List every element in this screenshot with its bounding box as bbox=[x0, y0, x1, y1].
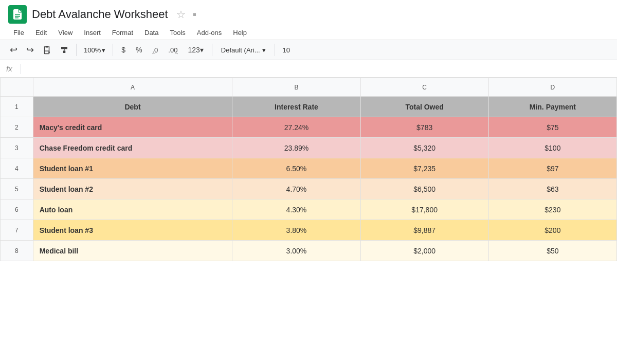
table-row: 1 Debt Interest Rate Total Owed Min. Pay… bbox=[1, 97, 617, 117]
font-arrow: ▾ bbox=[262, 46, 266, 54]
table-row: 6 Auto loan 4.30% $17,800 $230 bbox=[1, 199, 617, 220]
table-row: 5 Student loan #2 4.70% $6,500 $63 bbox=[1, 179, 617, 199]
decimal-dec-button[interactable]: .0← bbox=[149, 45, 162, 55]
star-icon[interactable]: ☆ bbox=[176, 8, 186, 21]
col-header-a[interactable]: A bbox=[33, 78, 232, 97]
more-formats-button[interactable]: 123▾ bbox=[184, 45, 207, 55]
table-row: 8 Medical bill 3.00% $2,000 $50 bbox=[1, 241, 617, 261]
folder-icon[interactable]: ▪ bbox=[193, 8, 197, 21]
cell-c7[interactable]: $9,887 bbox=[360, 220, 488, 241]
row-num-5[interactable]: 5 bbox=[1, 179, 33, 199]
menu-addons[interactable]: Add-ons bbox=[192, 27, 227, 39]
menu-bar: File Edit View Insert Format Data Tools … bbox=[0, 26, 617, 40]
row-num-4[interactable]: 4 bbox=[1, 158, 33, 179]
toolbar-separator-3 bbox=[212, 44, 212, 56]
toolbar-separator-4 bbox=[275, 44, 275, 56]
row-num-6[interactable]: 6 bbox=[1, 199, 33, 220]
cell-c8[interactable]: $2,000 bbox=[360, 241, 488, 261]
menu-file[interactable]: File bbox=[8, 27, 29, 39]
cell-b3[interactable]: 23.89% bbox=[232, 138, 360, 158]
cell-c6[interactable]: $17,800 bbox=[360, 199, 488, 220]
cell-d4[interactable]: $97 bbox=[488, 158, 616, 179]
toolbar-separator-1 bbox=[76, 44, 77, 56]
cell-b5[interactable]: 4.70% bbox=[232, 179, 360, 199]
cell-d3[interactable]: $100 bbox=[488, 138, 616, 158]
cell-c1[interactable]: Total Owed bbox=[360, 97, 488, 117]
cell-a6[interactable]: Auto loan bbox=[33, 199, 232, 220]
row-num-1[interactable]: 1 bbox=[1, 97, 33, 117]
app-icon bbox=[8, 5, 27, 24]
cell-d5[interactable]: $63 bbox=[488, 179, 616, 199]
cell-a3[interactable]: Chase Freedom credit card bbox=[33, 138, 232, 158]
menu-insert[interactable]: Insert bbox=[79, 27, 106, 39]
redo-button[interactable]: ↪ bbox=[23, 42, 37, 58]
font-selector[interactable]: Default (Ari... ▾ bbox=[216, 45, 270, 56]
svg-rect-1 bbox=[15, 14, 20, 15]
row-num-2[interactable]: 2 bbox=[1, 117, 33, 138]
row-num-3[interactable]: 3 bbox=[1, 138, 33, 158]
cell-b8[interactable]: 3.00% bbox=[232, 241, 360, 261]
menu-edit[interactable]: Edit bbox=[30, 27, 52, 39]
zoom-label: 100% bbox=[84, 46, 101, 54]
zoom-arrow: ▾ bbox=[102, 46, 105, 54]
doc-title: Debt Avalanche Worksheet bbox=[32, 8, 168, 21]
svg-rect-2 bbox=[15, 16, 20, 17]
font-label: Default (Ari... bbox=[221, 46, 260, 54]
formula-bar: fx bbox=[0, 60, 617, 78]
col-header-c[interactable]: C bbox=[360, 78, 488, 97]
cell-d8[interactable]: $50 bbox=[488, 241, 616, 261]
cell-b2[interactable]: 27.24% bbox=[232, 117, 360, 138]
cell-c3[interactable]: $5,320 bbox=[360, 138, 488, 158]
svg-point-6 bbox=[49, 52, 50, 53]
cell-a8[interactable]: Medical bill bbox=[33, 241, 232, 261]
cell-a7[interactable]: Student loan #3 bbox=[33, 220, 232, 241]
currency-button[interactable]: $ bbox=[117, 45, 130, 55]
row-num-8[interactable]: 8 bbox=[1, 241, 33, 261]
cell-b7[interactable]: 3.80% bbox=[232, 220, 360, 241]
svg-rect-7 bbox=[63, 51, 66, 53]
corner-cell bbox=[1, 78, 33, 97]
col-header-d[interactable]: D bbox=[488, 78, 616, 97]
cell-c4[interactable]: $7,235 bbox=[360, 158, 488, 179]
menu-format[interactable]: Format bbox=[107, 27, 138, 39]
paint-format-button[interactable] bbox=[57, 43, 72, 57]
svg-rect-3 bbox=[15, 17, 19, 19]
toolbar: ↩ ↪ 100% ▾ $ % .0← .00→ 123▾ Default (Ar… bbox=[0, 40, 617, 60]
menu-data[interactable]: Data bbox=[139, 27, 164, 39]
title-bar: Debt Avalanche Worksheet ☆ ▪ bbox=[0, 0, 617, 26]
print-button[interactable] bbox=[39, 43, 55, 57]
fx-label: fx bbox=[6, 64, 16, 73]
font-size-display[interactable]: 10 bbox=[279, 45, 294, 55]
cell-c5[interactable]: $6,500 bbox=[360, 179, 488, 199]
cell-a1[interactable]: Debt bbox=[33, 97, 232, 117]
col-header-b[interactable]: B bbox=[232, 78, 360, 97]
cell-a2[interactable]: Macy's credit card bbox=[33, 117, 232, 138]
table-row: 3 Chase Freedom credit card 23.89% $5,32… bbox=[1, 138, 617, 158]
row-num-7[interactable]: 7 bbox=[1, 220, 33, 241]
table-row: 2 Macy's credit card 27.24% $783 $75 bbox=[1, 117, 617, 138]
svg-rect-5 bbox=[46, 46, 48, 48]
toolbar-separator-2 bbox=[113, 44, 113, 56]
cell-a4[interactable]: Student loan #1 bbox=[33, 158, 232, 179]
percent-button[interactable]: % bbox=[132, 45, 146, 55]
cell-d1[interactable]: Min. Payment bbox=[488, 97, 616, 117]
cell-b4[interactable]: 6.50% bbox=[232, 158, 360, 179]
cell-c2[interactable]: $783 bbox=[360, 117, 488, 138]
menu-tools[interactable]: Tools bbox=[165, 27, 190, 39]
spreadsheet-table: A B C D 1 Debt Interest Rate Total Owed … bbox=[0, 78, 617, 261]
cell-b6[interactable]: 4.30% bbox=[232, 199, 360, 220]
cell-d2[interactable]: $75 bbox=[488, 117, 616, 138]
menu-view[interactable]: View bbox=[53, 27, 78, 39]
cell-a5[interactable]: Student loan #2 bbox=[33, 179, 232, 199]
table-row: 7 Student loan #3 3.80% $9,887 $200 bbox=[1, 220, 617, 241]
menu-help[interactable]: Help bbox=[228, 27, 252, 39]
cell-b1[interactable]: Interest Rate bbox=[232, 97, 360, 117]
table-row: 4 Student loan #1 6.50% $7,235 $97 bbox=[1, 158, 617, 179]
decimal-inc-button[interactable]: .00→ bbox=[164, 45, 182, 55]
sheet-container: A B C D 1 Debt Interest Rate Total Owed … bbox=[0, 78, 617, 261]
formula-divider bbox=[21, 64, 21, 74]
zoom-selector[interactable]: 100% ▾ bbox=[81, 45, 108, 55]
cell-d6[interactable]: $230 bbox=[488, 199, 616, 220]
undo-button[interactable]: ↩ bbox=[6, 42, 21, 58]
cell-d7[interactable]: $200 bbox=[488, 220, 616, 241]
